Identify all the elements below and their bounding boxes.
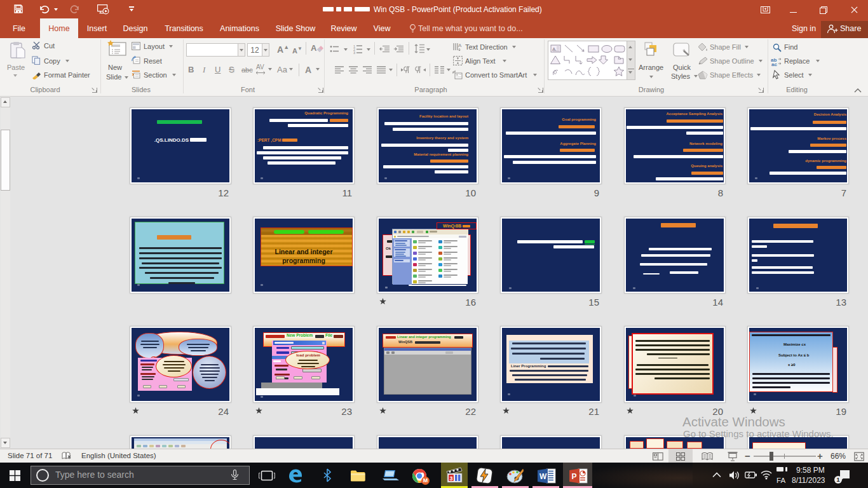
svg-text:3: 3 <box>450 475 453 482</box>
svg-text:P: P <box>572 472 577 481</box>
svg-text:3: 3 <box>353 51 355 54</box>
svg-text:A: A <box>458 43 462 48</box>
svg-text:W: W <box>539 472 547 481</box>
svg-text:ac: ac <box>771 62 777 66</box>
